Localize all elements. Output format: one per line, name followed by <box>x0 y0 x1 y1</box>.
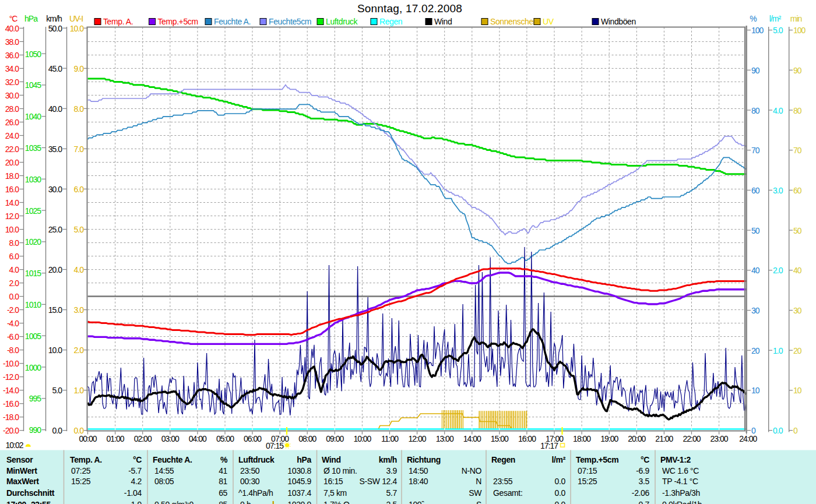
svg-text:20: 20 <box>793 346 802 355</box>
svg-text:90: 90 <box>751 66 760 75</box>
svg-text:100: 100 <box>793 26 806 35</box>
svg-text:10: 10 <box>751 386 760 395</box>
svg-text:6.0: 6.0 <box>74 185 85 194</box>
svg-text:1045.9: 1045.9 <box>287 477 311 486</box>
svg-text:40: 40 <box>793 266 802 275</box>
svg-text:%: % <box>220 455 228 464</box>
svg-text:S: S <box>476 500 481 504</box>
svg-text:4.0: 4.0 <box>773 106 783 115</box>
svg-text:60: 60 <box>793 186 802 195</box>
svg-text:-6.0: -6.0 <box>7 332 19 341</box>
svg-text:35.0: 35.0 <box>48 144 62 154</box>
svg-text:-10.0: -10.0 <box>3 359 19 368</box>
svg-text:23:00: 23:00 <box>711 434 729 443</box>
svg-text:-14.0: -14.0 <box>3 386 19 395</box>
svg-text:km/h: km/h <box>379 455 397 464</box>
svg-text:23:55: 23:55 <box>493 477 513 486</box>
svg-text:5.0: 5.0 <box>74 225 85 234</box>
svg-text:40.0: 40.0 <box>48 104 62 114</box>
svg-text:21:00: 21:00 <box>655 434 673 443</box>
svg-text:km/h: km/h <box>46 14 62 23</box>
svg-text:12.0: 12.0 <box>5 212 19 221</box>
svg-text:100: 100 <box>751 26 764 35</box>
svg-text:50: 50 <box>793 226 802 235</box>
svg-text:Sonntag, 17.02.2008: Sonntag, 17.02.2008 <box>357 2 462 15</box>
svg-text:14:00: 14:00 <box>463 434 481 443</box>
svg-text:1030.8: 1030.8 <box>287 466 311 475</box>
svg-text:0 h: 0 h <box>240 500 251 504</box>
svg-text:30.0: 30.0 <box>48 185 62 194</box>
svg-text:1025: 1025 <box>25 206 41 216</box>
svg-text:03:00: 03:00 <box>161 434 180 443</box>
svg-text:5.0: 5.0 <box>52 386 63 395</box>
svg-text:15.0: 15.0 <box>48 305 62 315</box>
svg-text:UV: UV <box>543 17 554 26</box>
svg-text:04:00: 04:00 <box>189 434 207 443</box>
svg-text:°C: °C <box>133 455 142 464</box>
svg-text:1050: 1050 <box>25 50 41 59</box>
svg-text:24.0: 24.0 <box>5 131 19 140</box>
svg-text:7,5 km: 7,5 km <box>323 488 347 498</box>
svg-text:990: 990 <box>29 425 42 435</box>
svg-text:10.0: 10.0 <box>5 225 19 234</box>
svg-text:1020: 1020 <box>25 237 41 246</box>
svg-text:°C: °C <box>641 455 649 464</box>
svg-text:1000: 1000 <box>25 363 41 372</box>
svg-text:1.7% O: 1.7% O <box>323 500 350 504</box>
svg-text:15:25: 15:25 <box>71 477 91 486</box>
svg-text:07:25: 07:25 <box>71 466 91 475</box>
svg-text:09:00: 09:00 <box>326 434 344 443</box>
svg-text:SW: SW <box>469 488 482 498</box>
svg-text:30: 30 <box>751 306 760 315</box>
svg-text:Gesamt:: Gesamt: <box>493 488 522 498</box>
svg-text:S-SW 12.4: S-SW 12.4 <box>359 477 397 486</box>
svg-text:1037.4: 1037.4 <box>287 488 311 498</box>
svg-text:16:00: 16:00 <box>518 434 536 443</box>
svg-text:TP -4.1 °C: TP -4.1 °C <box>662 477 698 486</box>
svg-text:0.0kRad/1h: 0.0kRad/1h <box>662 500 702 504</box>
svg-text:-18.0: -18.0 <box>3 413 19 422</box>
svg-text:20.0: 20.0 <box>5 158 19 167</box>
svg-text:23:50: 23:50 <box>240 466 260 475</box>
svg-text:00:00: 00:00 <box>79 434 97 443</box>
svg-text:-2.0: -2.0 <box>7 305 19 315</box>
svg-text:-12.0: -12.0 <box>3 372 19 382</box>
svg-text:5.0: 5.0 <box>773 26 783 35</box>
svg-text:Luftdruck: Luftdruck <box>326 17 358 26</box>
svg-text:-1.9: -1.9 <box>128 500 142 504</box>
svg-text:41: 41 <box>219 466 227 475</box>
svg-text:81: 81 <box>219 477 227 486</box>
svg-text:1005: 1005 <box>25 332 41 341</box>
svg-text:30: 30 <box>793 306 802 315</box>
svg-text:70: 70 <box>793 146 802 155</box>
svg-text:11:00: 11:00 <box>381 434 399 443</box>
svg-text:18:00: 18:00 <box>573 434 591 443</box>
svg-text:70: 70 <box>751 146 760 155</box>
svg-text:MaxWert: MaxWert <box>6 477 39 486</box>
svg-text:19:00: 19:00 <box>600 434 618 443</box>
svg-text:%: % <box>750 14 757 23</box>
svg-text:4.0: 4.0 <box>9 265 20 274</box>
svg-text:Windböen: Windböen <box>601 17 636 26</box>
svg-text:4.2: 4.2 <box>131 477 142 486</box>
svg-text:20.0: 20.0 <box>48 265 62 274</box>
svg-text:80: 80 <box>751 106 760 115</box>
svg-text:24:00: 24:00 <box>739 434 757 443</box>
svg-text:2.5: 2.5 <box>386 500 398 504</box>
svg-text:38.0: 38.0 <box>5 37 19 47</box>
svg-text:2.0: 2.0 <box>74 346 85 355</box>
svg-text:10: 10 <box>793 386 802 395</box>
svg-text:2.0: 2.0 <box>773 266 783 275</box>
svg-text:7.0: 7.0 <box>74 144 85 154</box>
svg-text:Temp.+5cm: Temp.+5cm <box>158 17 198 26</box>
svg-text:Regen: Regen <box>491 455 515 464</box>
svg-text:3.9: 3.9 <box>386 466 398 475</box>
svg-text:N: N <box>476 477 481 486</box>
svg-text:hPa: hPa <box>24 14 38 23</box>
svg-text:-16.0: -16.0 <box>3 399 19 408</box>
svg-text:08:00: 08:00 <box>298 434 316 443</box>
svg-text:3.0: 3.0 <box>74 305 85 315</box>
svg-text:10.0: 10.0 <box>48 346 62 355</box>
svg-text:Durchschnitt: Durchschnitt <box>6 488 55 498</box>
svg-text:08:05: 08:05 <box>154 477 174 486</box>
